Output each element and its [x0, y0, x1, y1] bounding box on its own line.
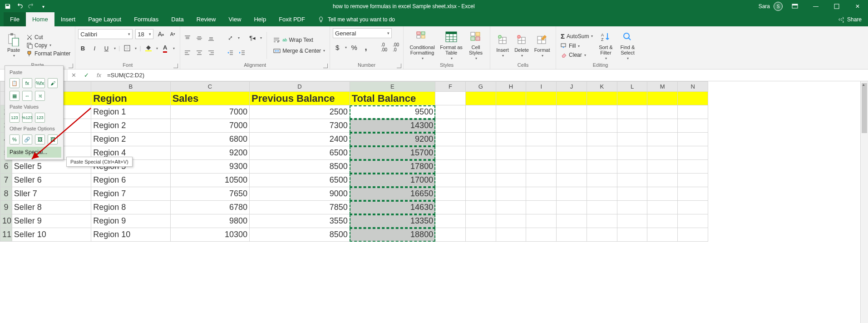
merge-center-button[interactable]: Merge & Center ▾: [271, 47, 327, 55]
cell[interactable]: 10500: [170, 174, 249, 187]
align-middle-icon[interactable]: [195, 34, 204, 43]
qat-customize[interactable]: ▾: [38, 1, 48, 11]
find-select-button[interactable]: Find & Select▾: [616, 29, 638, 61]
cell[interactable]: 13350: [350, 214, 435, 228]
fill-button[interactable]: Fill ▾: [559, 42, 595, 50]
cell[interactable]: 9000: [250, 187, 350, 201]
row-header[interactable]: 7: [0, 174, 12, 187]
cell[interactable]: 14630: [350, 201, 435, 214]
col-header[interactable]: J: [557, 82, 587, 92]
col-header[interactable]: H: [496, 82, 526, 92]
paste-option-link[interactable]: 🔗: [22, 134, 32, 144]
tab-formulas[interactable]: Formulas: [128, 12, 165, 26]
borders-button[interactable]: [123, 44, 132, 53]
copy-button[interactable]: Copy▾: [25, 42, 72, 49]
number-launcher[interactable]: [397, 64, 401, 68]
cell[interactable]: 7650: [170, 187, 249, 201]
cancel-formula-icon[interactable]: ✕: [67, 72, 80, 79]
sort-filter-button[interactable]: AZSort & Filter▾: [595, 29, 616, 61]
paste-option-formulas[interactable]: fx: [22, 78, 32, 88]
paste-option-formatting[interactable]: %: [10, 134, 20, 144]
increase-indent-icon[interactable]: [237, 48, 247, 57]
fill-color-button[interactable]: [144, 44, 153, 53]
clear-button[interactable]: Clear ▾: [559, 51, 595, 59]
paste-special-menuitem[interactable]: Paste Special...: [7, 147, 61, 158]
tab-review[interactable]: Review: [190, 12, 222, 26]
cell[interactable]: 2500: [250, 105, 350, 119]
tab-page-layout[interactable]: Page Layout: [82, 12, 128, 26]
wrap-text-button[interactable]: ab Wrap Text: [271, 36, 327, 44]
scrollbar-thumb[interactable]: [862, 83, 867, 133]
cell[interactable]: 18800: [350, 228, 435, 242]
cell[interactable]: 15700: [350, 146, 435, 160]
cell[interactable]: 7000: [170, 105, 249, 119]
cell[interactable]: 6500: [250, 174, 350, 187]
direction-icon[interactable]: ¶◂: [248, 34, 257, 43]
tab-data[interactable]: Data: [165, 12, 190, 26]
tab-insert[interactable]: Insert: [54, 12, 82, 26]
cell[interactable]: 9300: [170, 160, 249, 174]
paste-option-values-src[interactable]: 123: [35, 113, 45, 123]
cell[interactable]: Region 8: [91, 201, 170, 214]
paste-option-picture[interactable]: 🖼: [35, 134, 45, 144]
cell[interactable]: 17000: [350, 174, 435, 187]
cell[interactable]: 17800: [350, 160, 435, 174]
share-button[interactable]: Share: [832, 13, 868, 26]
cell[interactable]: Seller 6: [12, 174, 91, 187]
cell[interactable]: Region 9: [91, 214, 170, 228]
col-header[interactable]: F: [435, 82, 466, 92]
cell[interactable]: 9500: [350, 105, 435, 119]
delete-cells-button[interactable]: Delete▾: [512, 32, 531, 59]
align-bottom-icon[interactable]: [207, 34, 216, 43]
increase-font-icon[interactable]: A▴: [156, 30, 165, 39]
tab-view[interactable]: View: [222, 12, 247, 26]
italic-button[interactable]: I: [90, 44, 99, 53]
insert-cells-button[interactable]: Insert▾: [493, 32, 512, 59]
alignment-launcher[interactable]: [323, 64, 328, 68]
paste-option-values-fmt[interactable]: %123: [22, 113, 32, 123]
paste-option-linked-picture[interactable]: 🖼: [48, 134, 58, 144]
cell[interactable]: Previous Balance: [250, 92, 350, 105]
increase-decimal-icon[interactable]: .0.00: [380, 43, 389, 52]
paste-option-all[interactable]: 📋: [10, 78, 20, 88]
cell[interactable]: Seller 9: [12, 214, 91, 228]
cell[interactable]: 10300: [170, 228, 249, 242]
ribbon-display-options[interactable]: [784, 0, 805, 13]
cell[interactable]: 7000: [170, 119, 249, 133]
col-header[interactable]: M: [647, 82, 678, 92]
tab-help[interactable]: Help: [247, 12, 272, 26]
font-launcher[interactable]: [173, 64, 178, 68]
clipboard-launcher[interactable]: [69, 64, 73, 68]
row-header[interactable]: 9: [0, 201, 12, 214]
cell-styles-button[interactable]: Cell Styles▾: [464, 29, 487, 61]
font-color-button[interactable]: A: [161, 44, 170, 53]
bold-button[interactable]: B: [78, 44, 87, 53]
paste-option-col-width[interactable]: ↔: [22, 91, 32, 101]
tab-foxit-pdf[interactable]: Foxit PDF: [272, 12, 311, 26]
paste-option-no-borders[interactable]: ▦: [10, 91, 20, 101]
comma-format-icon[interactable]: ,: [361, 43, 370, 52]
autosum-button[interactable]: Σ AutoSum ▾: [559, 32, 595, 40]
conditional-formatting-button[interactable]: Conditional Formatting▾: [406, 29, 438, 61]
cell[interactable]: 6500: [250, 146, 350, 160]
col-header[interactable]: N: [678, 82, 708, 92]
col-header[interactable]: E: [350, 82, 435, 92]
cell[interactable]: Sales: [170, 92, 249, 105]
format-painter-button[interactable]: Format Painter: [25, 50, 72, 57]
fx-icon[interactable]: fx: [93, 72, 105, 79]
col-header[interactable]: I: [526, 82, 557, 92]
cell[interactable]: 9800: [170, 214, 249, 228]
worksheet-grid[interactable]: B C D E F G H I J K L M N 1RegionSalesPr…: [0, 81, 868, 323]
number-format-select[interactable]: General▾: [333, 28, 392, 38]
enter-formula-icon[interactable]: ✓: [80, 72, 93, 79]
align-top-icon[interactable]: [183, 34, 192, 43]
row-header[interactable]: 6: [0, 160, 12, 174]
row-header[interactable]: 11: [0, 228, 12, 242]
cell[interactable]: 9200: [350, 133, 435, 146]
format-cells-button[interactable]: Format▾: [531, 32, 553, 59]
align-center-icon[interactable]: [195, 48, 204, 57]
cell[interactable]: Region 6: [91, 174, 170, 187]
col-header[interactable]: C: [170, 82, 249, 92]
row-header[interactable]: 10: [0, 214, 12, 228]
col-header[interactable]: D: [250, 82, 350, 92]
